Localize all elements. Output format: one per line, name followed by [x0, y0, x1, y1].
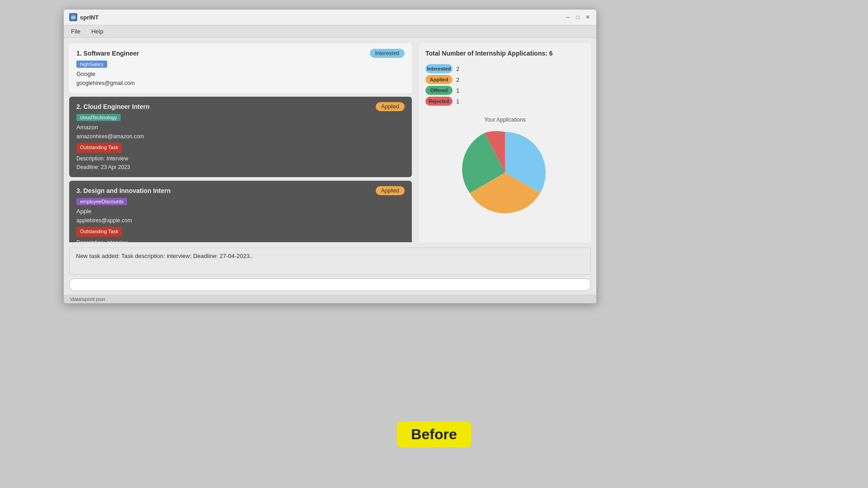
- log-area: New task added: Task description: interv…: [69, 248, 591, 275]
- app-card-1-detail: Google googlehires@gmail.com: [76, 70, 405, 88]
- legend-rejected-count: 1: [456, 98, 459, 105]
- app-card-2-header: 2. Cloud Engineer Intern Applied: [76, 102, 405, 111]
- title-bar: sN sprINT ─ □ ✕: [64, 9, 596, 25]
- app-card-2-detail: Amazon amazonhires@amazon.com Outstandin…: [76, 123, 405, 172]
- legend-interested: Interested 2: [425, 64, 585, 73]
- legend: Interested 2 Applied 2 Offered 1 Rejecte…: [425, 64, 585, 108]
- title-bar-controls: ─ □ ✕: [565, 14, 591, 20]
- app-card-2-status[interactable]: Applied: [376, 102, 405, 111]
- log-message: New task added: Task description: interv…: [76, 253, 253, 259]
- app-card-2-email: amazonhires@amazon.com: [76, 132, 405, 141]
- legend-offered-dot: Offered: [425, 86, 453, 95]
- stats-title: Total Number of Internship Applications:…: [425, 50, 585, 57]
- app-card-3-title: 3. Design and Innovation Intern: [76, 187, 170, 194]
- app-card-2-title: 2. Cloud Engineer Intern: [76, 103, 150, 110]
- app-card-3-tag: employeeDiscounts: [76, 198, 127, 205]
- legend-offered-count: 1: [456, 87, 459, 94]
- main-content: 1. Software Engineer Interested highSala…: [64, 38, 596, 248]
- pie-chart: [460, 127, 550, 218]
- status-path: \data\sprint.json: [70, 296, 105, 302]
- chart-title: Your Applications: [484, 117, 526, 123]
- app-card-3: 3. Design and Innovation Intern Applied …: [69, 181, 412, 242]
- app-logo: sN: [69, 13, 77, 21]
- status-bar: \data\sprint.json: [64, 295, 596, 303]
- minimize-button[interactable]: ─: [565, 14, 571, 20]
- app-card-1-header: 1. Software Engineer Interested: [76, 49, 405, 58]
- legend-applied: Applied 2: [425, 75, 585, 84]
- app-card-3-header: 3. Design and Innovation Intern Applied: [76, 186, 405, 195]
- legend-rejected-dot: Rejected: [425, 97, 453, 106]
- app-card-2: 2. Cloud Engineer Intern Applied cloudTe…: [69, 97, 412, 177]
- app-card-3-status[interactable]: Applied: [376, 186, 405, 195]
- applications-list: 1. Software Engineer Interested highSala…: [69, 43, 414, 242]
- app-card-1-tag: highSalary: [76, 61, 107, 68]
- app-card-2-tag: cloudTechnology: [76, 114, 121, 121]
- stats-panel: Total Number of Internship Applications:…: [419, 43, 591, 242]
- legend-applied-dot: Applied: [425, 75, 453, 84]
- app-card-2-task-desc: Description: Interview: [76, 155, 405, 163]
- app-card-2-company: Amazon: [76, 123, 405, 132]
- app-card-1-company: Google: [76, 70, 405, 79]
- app-title: sprINT: [80, 14, 99, 21]
- legend-rejected: Rejected 1: [425, 97, 585, 106]
- app-card-2-task-deadline: Deadline: 23 Apr 2023: [76, 163, 405, 172]
- svg-text:sN: sN: [71, 16, 75, 19]
- chart-container: Your Applications: [425, 117, 585, 218]
- app-card-1-title: 1. Software Engineer: [76, 50, 139, 57]
- menu-bar: File Help: [64, 25, 596, 38]
- app-card-3-company: Apple: [76, 207, 405, 216]
- maximize-button[interactable]: □: [575, 14, 581, 20]
- legend-applied-count: 2: [456, 76, 459, 83]
- app-card-3-detail: Apple applehires@apple.com Outstanding T…: [76, 207, 405, 242]
- app-card-3-email: applehires@apple.com: [76, 216, 405, 225]
- app-card-3-task-desc: Description: interview: [76, 239, 405, 242]
- app-card-1-status[interactable]: Interested: [370, 49, 405, 58]
- before-badge: Before: [396, 422, 471, 447]
- app-card-1: 1. Software Engineer Interested highSala…: [69, 43, 412, 93]
- legend-interested-count: 2: [456, 66, 459, 72]
- command-bar[interactable]: [69, 278, 591, 291]
- title-bar-left: sN sprINT: [69, 13, 99, 21]
- app-card-3-task-badge: Outstanding Task: [76, 227, 122, 237]
- legend-offered: Offered 1: [425, 86, 585, 95]
- main-window: sN sprINT ─ □ ✕ File Help 1. Software En…: [63, 9, 597, 304]
- menu-file[interactable]: File: [69, 27, 82, 36]
- app-card-1-email: googlehires@gmail.com: [76, 79, 405, 88]
- app-card-2-task-badge: Outstanding Task: [76, 143, 122, 153]
- legend-interested-dot: Interested: [425, 64, 453, 73]
- menu-help[interactable]: Help: [90, 27, 105, 36]
- close-button[interactable]: ✕: [585, 14, 591, 20]
